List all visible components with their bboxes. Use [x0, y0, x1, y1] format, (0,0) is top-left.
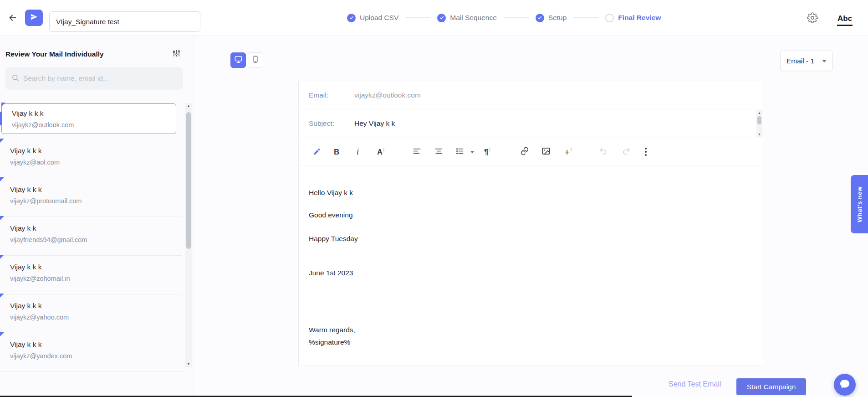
send-plane-icon	[30, 13, 38, 23]
filter-sliders-icon	[172, 52, 181, 59]
chevron-down-icon	[822, 60, 827, 62]
search-icon	[11, 74, 19, 83]
scrollbar-thumb[interactable]	[757, 116, 761, 124]
scroll-down-icon[interactable]: ▼	[756, 132, 762, 137]
step-final-review[interactable]: Final Review	[605, 14, 661, 22]
step-check-circle	[437, 14, 446, 22]
subject-scrollbar[interactable]: ▲ ▼	[756, 110, 762, 137]
contact-list-item[interactable]: Vijay k k k vijaykz@yandex.com	[0, 333, 182, 372]
contact-list-item[interactable]: Vijay k k k vijaykz@protonmail.com	[0, 178, 182, 217]
contact-name: Vijay k k k	[10, 340, 178, 349]
redo-button[interactable]	[622, 146, 631, 157]
corner-tag-icon	[0, 255, 4, 259]
step-label: Setup	[548, 14, 567, 22]
align-center-button[interactable]	[434, 147, 443, 157]
scroll-up-icon[interactable]: ▲	[756, 110, 762, 116]
start-campaign-button[interactable]: Start Campaign	[736, 378, 806, 395]
mobile-preview-button[interactable]	[248, 52, 263, 68]
back-button[interactable]	[6, 12, 19, 25]
contact-name: Vijay k k k	[10, 263, 178, 271]
contact-list-item[interactable]: Vijay k k k vijaykz@zohomail.in	[0, 256, 182, 294]
desktop-icon	[234, 55, 243, 66]
numbered-list-icon	[455, 147, 464, 157]
kebab-menu-icon	[645, 151, 647, 153]
insert-more-button[interactable]: +:	[564, 147, 572, 156]
check-icon	[349, 14, 354, 22]
contact-email: vijaykz@outlook.com	[12, 121, 171, 129]
email-field-label: Email:	[299, 81, 344, 109]
gear-icon	[807, 18, 818, 25]
contact-email: vijaykz@yandex.com	[10, 352, 178, 360]
chat-icon	[839, 378, 850, 391]
contact-name: Vijay k k	[10, 224, 178, 232]
back-arrow-icon	[8, 13, 18, 24]
send-test-email-button[interactable]: Send Test Email	[669, 380, 721, 388]
email-field-value[interactable]: vijaykz@outlook.com	[344, 81, 763, 109]
step-label: Mail Sequence	[450, 14, 497, 22]
settings-button[interactable]	[806, 12, 819, 25]
whats-new-label: What's new	[856, 186, 863, 222]
list-dropdown-caret[interactable]	[470, 151, 474, 153]
contact-list-item[interactable]: Vijay k k vijayfriends94@gmail.com	[0, 217, 182, 256]
contact-list-item-selected[interactable]: Vijay k k k vijaykz@outlook.com	[1, 103, 176, 134]
spellcheck-toggle[interactable]: Abc	[837, 14, 853, 26]
undo-button[interactable]	[599, 146, 608, 157]
contact-list-item[interactable]: Vijay k k k vijaykz@aol.com	[0, 139, 182, 178]
step-connector	[405, 17, 430, 18]
body-line: Hello Vijay k k	[309, 187, 745, 199]
step-mail-sequence[interactable]: Mail Sequence	[437, 14, 497, 22]
sidebar-title: Review Your Mail Individually	[5, 50, 104, 58]
step-check-circle	[347, 14, 356, 22]
top-header: Upload CSV Mail Sequence Setup Final Rev…	[0, 0, 868, 36]
email-editor-panel: Email: vijaykz@outlook.com Subject: Hey …	[298, 81, 763, 366]
corner-tag-icon	[0, 177, 4, 181]
contact-search-input[interactable]	[23, 74, 177, 82]
image-icon	[541, 146, 551, 157]
redo-icon	[622, 146, 631, 157]
whats-new-tab[interactable]: What's new	[851, 175, 868, 233]
subject-field-label: Subject:	[299, 109, 344, 138]
list-button[interactable]	[455, 147, 464, 157]
check-icon	[537, 14, 542, 22]
insert-image-button[interactable]	[541, 146, 551, 157]
contact-list-item[interactable]: Vijay k k k vijaykz@yahoo.com	[0, 294, 182, 333]
desktop-preview-button[interactable]	[230, 52, 246, 68]
main-content: Email - 1 Email: vijaykz@outlook.com Sub…	[194, 36, 868, 397]
scroll-up-icon[interactable]: ▲	[185, 103, 192, 109]
step-pending-circle	[605, 14, 614, 22]
contact-list: Vijay k k k vijaykz@outlook.com Vijay k …	[0, 99, 182, 373]
more-options-button[interactable]	[645, 148, 647, 156]
filter-button[interactable]	[169, 47, 183, 61]
font-style-button[interactable]: A:	[377, 148, 385, 155]
insert-link-button[interactable]	[520, 146, 529, 157]
step-setup[interactable]: Setup	[536, 14, 567, 22]
body-line: Good evening	[309, 209, 745, 221]
undo-icon	[599, 146, 608, 157]
align-left-button[interactable]	[413, 147, 421, 157]
align-left-icon	[413, 147, 421, 157]
body-line: %signature%	[309, 336, 745, 348]
body-line: Warm regards,	[309, 324, 745, 336]
paragraph-format-button[interactable]: ¶:	[484, 148, 490, 155]
campaign-name-input[interactable]	[49, 11, 200, 32]
step-connector	[504, 17, 529, 18]
check-icon	[439, 14, 444, 22]
bold-button[interactable]: B	[334, 148, 339, 155]
email-selector-dropdown[interactable]: Email - 1	[780, 51, 833, 71]
text-color-pen-icon[interactable]	[312, 147, 321, 156]
step-upload-csv[interactable]: Upload CSV	[347, 14, 398, 22]
italic-button[interactable]: i	[357, 148, 359, 156]
contact-list-scrollbar[interactable]: ▲ ▼	[185, 103, 192, 367]
support-chat-button[interactable]	[834, 374, 856, 396]
contact-name: Vijay k k k	[10, 186, 178, 194]
corner-tag-icon	[0, 216, 4, 220]
contact-name: Vijay k k k	[12, 109, 171, 118]
subject-field-row: Subject: Hey Vijay k k ▲ ▼	[299, 109, 763, 138]
subject-field-value[interactable]: Hey Vijay k k	[344, 109, 763, 138]
email-selector-label: Email - 1	[786, 57, 814, 65]
scroll-down-icon[interactable]: ▼	[185, 361, 192, 367]
email-body-editor[interactable]: Hello Vijay k k Good evening Happy Tuesd…	[299, 165, 763, 348]
corner-tag-icon	[1, 103, 5, 107]
contact-email: vijaykz@yahoo.com	[10, 314, 178, 321]
scrollbar-thumb[interactable]	[186, 112, 191, 249]
